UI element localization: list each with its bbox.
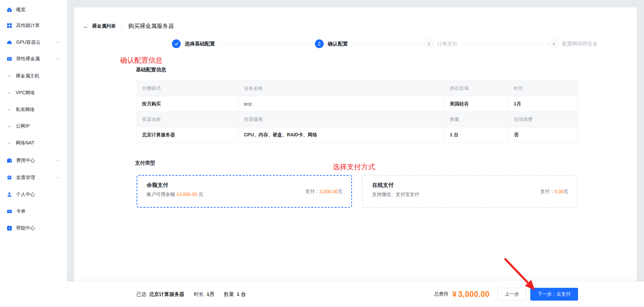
table-row: 按月购买 test 美国硅谷 1月 <box>137 96 577 112</box>
payment-option-title: 在线支付 <box>372 182 394 189</box>
stepper: 选择基础配置 2 确认配置 3 订单支付 4 配置网络和安全 <box>172 39 602 48</box>
sidebar-item-invoice[interactable]: 发票管理 <box>0 174 67 181</box>
balance-amount: 13,000.00 <box>176 192 197 197</box>
payment-option-pay: 支付：0.00 元 <box>540 176 568 207</box>
help-icon: ? <box>7 226 12 231</box>
payment-type-title: 支付类型 <box>135 160 155 166</box>
sidebar-item-label: 个人中心 <box>16 192 35 198</box>
cloud-icon <box>7 40 12 45</box>
header-cell: 数量 <box>445 112 509 127</box>
sidebar-item-label: 弹性裸金属 <box>16 56 40 62</box>
payment-option-balance[interactable]: 余额支付 账户可用余额 13,000.00 元 支付：3,000.00 元 <box>137 175 352 208</box>
total-fee-amount: ¥ 3,000.00 <box>452 290 490 299</box>
sidebar-item-label: 裸金属主机 <box>16 73 39 79</box>
next-step-pay-button[interactable]: 下一步：去支付 <box>530 288 578 301</box>
bullet-icon <box>8 92 10 94</box>
pay-suffix: 元 <box>338 189 343 195</box>
step-2-label: 确认配置 <box>328 41 348 47</box>
previous-step-button[interactable]: 上一步 <box>498 288 526 301</box>
step-3-circle: 3 <box>424 39 433 48</box>
pay-label: 支付： <box>540 189 554 195</box>
sidebar-item-account[interactable]: 个人中心 <box>0 191 67 198</box>
bullet-icon <box>8 109 10 111</box>
payment-option-pay: 支付：3,000.00 元 <box>306 176 343 207</box>
sidebar-item-label: 发票管理 <box>16 175 35 181</box>
invoice-icon <box>7 175 12 180</box>
header-cell: 付费模式 <box>137 81 239 96</box>
header-cell: 自动续费 <box>509 112 577 127</box>
sidebar-item-vpc[interactable]: VPC网络 <box>0 90 67 96</box>
chevron-down-icon <box>56 41 60 44</box>
desc-prefix: 账户可用余额 <box>147 192 176 197</box>
pay-suffix: 元 <box>564 189 568 195</box>
sidebar-item-label: 帮助中心 <box>16 225 35 231</box>
sidebar-item-label: 高性能计算 <box>16 23 40 29</box>
duration-label: 时长 <box>194 291 204 298</box>
bullet-icon <box>8 142 10 144</box>
sidebar-item-overview[interactable]: 概览 <box>0 6 67 13</box>
pay-amount: 0.00 <box>554 189 564 194</box>
step-4-circle: 4 <box>549 39 558 48</box>
sidebar-item-baremetal-host[interactable]: 裸金属主机 <box>0 73 67 79</box>
sidebar-item-label: 网络NAT <box>16 140 34 146</box>
quantity-summary: 数量 1 台 <box>224 291 246 298</box>
step-4-label: 配置网络和安全 <box>562 41 598 47</box>
table-header-row: 资源名称 资源规格 数量 自动续费 <box>137 112 577 127</box>
back-link[interactable]: 裸金属列表 <box>92 23 116 29</box>
bottom-action-bar: 已选 北京计算服务器 时长 1月 数量 1 台 总费用 ¥ 3,000.00 上… <box>67 281 644 307</box>
breadcrumb-divider <box>122 23 122 29</box>
payment-option-online[interactable]: 在线支付 支持微信、支付宝支付 支付：0.00 元 <box>362 175 578 208</box>
sidebar-item-public-ip[interactable]: 公网IP <box>0 123 67 130</box>
sidebar-item-label: VPC网络 <box>16 90 35 96</box>
desc-prefix: 支持微信、支付宝支付 <box>372 192 419 197</box>
config-table: 付费模式 业务名称 所在区域 时长 按月购买 test 美国硅谷 1月 资源名称… <box>137 80 578 143</box>
page-title: 购买裸金属服务器 <box>128 22 174 30</box>
table-header-row: 付费模式 业务名称 所在区域 时长 <box>137 81 577 96</box>
back-arrow-icon[interactable]: ← <box>83 23 89 29</box>
chevron-up-icon <box>56 57 60 61</box>
sidebar-item-billing[interactable]: 费用中心 <box>0 157 67 164</box>
header-cell: 时长 <box>509 81 577 96</box>
sidebar-item-coupons[interactable]: 卡券 <box>0 208 67 215</box>
currency-symbol: ¥ <box>452 290 457 299</box>
user-icon <box>7 192 12 197</box>
server-icon <box>7 56 12 62</box>
cell-resource-spec: CPU、内存、硬盘、RAID卡、网络 <box>239 127 445 142</box>
header-cell: 资源名称 <box>137 112 239 127</box>
selected-value: 北京计算服务器 <box>149 291 184 298</box>
card-icon <box>7 209 12 214</box>
sidebar-item-label: 费用中心 <box>16 158 35 164</box>
table-row: 北京计算服务器 CPU、内存、硬盘、RAID卡、网络 1 台 否 <box>137 127 577 143</box>
sidebar-item-label: 公网IP <box>16 123 30 129</box>
sidebar-item-nat[interactable]: 网络NAT <box>0 140 67 146</box>
pay-label: 支付： <box>306 189 320 195</box>
annotation-select-payment: 选择支付方式 <box>333 162 375 172</box>
sidebar-item-label: 概览 <box>16 7 26 13</box>
cell-region: 美国硅谷 <box>445 96 509 111</box>
sidebar-item-gpu-cloud[interactable]: GPU容器云 <box>0 39 67 46</box>
pay-amount: 3,000.00 <box>320 189 338 194</box>
header-cell: 资源规格 <box>239 112 445 127</box>
grid-icon <box>7 23 12 28</box>
duration-value: 1月 <box>207 291 214 298</box>
sidebar-item-hpc[interactable]: 高性能计算 <box>0 22 67 29</box>
wallet-icon <box>7 158 12 163</box>
step-1-label: 选择基础配置 <box>185 41 215 47</box>
sidebar-item-baremetal[interactable]: 弹性裸金属 <box>0 56 67 62</box>
payment-option-desc: 支持微信、支付宝支付 <box>372 192 419 198</box>
sidebar-item-private-network[interactable]: 私有网络 <box>0 106 67 113</box>
sidebar: 概览 高性能计算 GPU容器云 弹性裸金属 <box>0 0 67 307</box>
sidebar-item-help[interactable]: ? 帮助中心 <box>0 225 67 232</box>
selection-summary: 已选 北京计算服务器 时长 1月 数量 1 台 <box>136 281 255 307</box>
purchase-card: ← 裸金属列表 购买裸金属服务器 选择基础配置 2 确认配置 3 订单支付 4 … <box>74 7 637 281</box>
quantity-label: 数量 <box>224 291 234 298</box>
selected-label: 已选 <box>136 291 146 298</box>
chevron-down-icon <box>56 159 60 162</box>
step-connector <box>352 44 424 44</box>
cell-quantity: 1 台 <box>445 127 509 142</box>
bullet-icon <box>8 126 10 127</box>
step-2-circle: 2 <box>315 39 324 48</box>
sidebar-item-label: 私有网络 <box>16 107 35 113</box>
desc-suffix: 元 <box>197 192 203 197</box>
total-fee-label: 总费用 <box>434 291 448 297</box>
